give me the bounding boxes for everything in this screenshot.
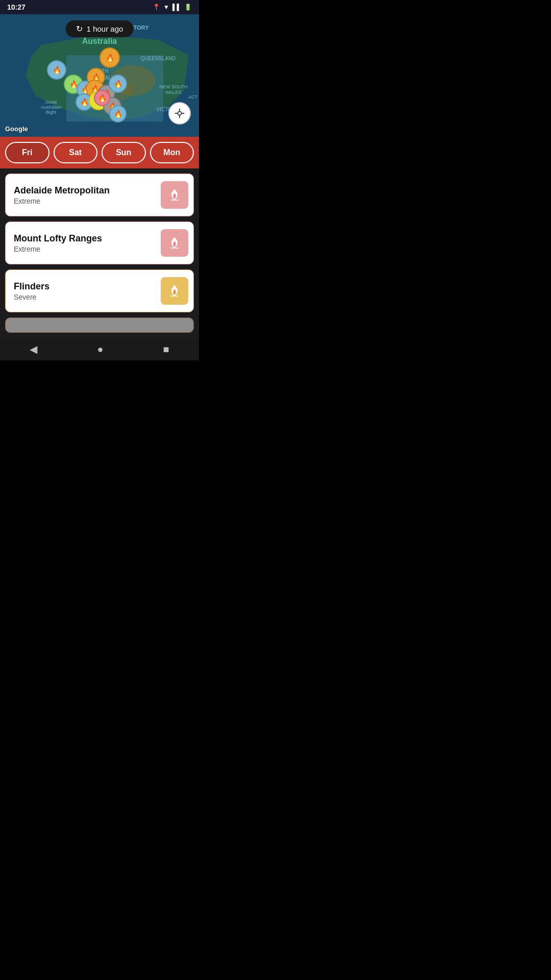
svg-text:Australian: Australian (41, 105, 61, 110)
svg-rect-22 (170, 200, 179, 201)
back-nav-icon[interactable]: ◀ (30, 343, 37, 355)
region-card-flinders[interactable]: Flinders Severe (5, 270, 194, 312)
google-watermark: Google (5, 125, 28, 133)
region-info-adelaide: Adelaide Metropolitan Extreme (14, 185, 110, 205)
region-card-partial (5, 317, 194, 333)
svg-rect-23 (170, 248, 179, 249)
region-name-adelaide: Adelaide Metropolitan (14, 185, 110, 196)
battery-icon: 🔋 (184, 4, 192, 11)
region-card-mount-lofty[interactable]: Mount Lofty Ranges Extreme (5, 222, 194, 264)
days-bar: Fri Sat Sun Mon (0, 137, 199, 168)
region-card-adelaide[interactable]: Adelaide Metropolitan Extreme (5, 174, 194, 216)
day-button-sat[interactable]: Sat (54, 142, 98, 163)
svg-text:Australia: Australia (82, 37, 117, 45)
fire-marker-2[interactable]: 🔥 (99, 47, 120, 68)
region-info-mount-lofty: Mount Lofty Ranges Extreme (14, 233, 102, 253)
svg-text:NEW SOUTH: NEW SOUTH (160, 84, 188, 89)
region-level-mount-lofty: Extreme (14, 245, 102, 253)
day-button-mon[interactable]: Mon (150, 142, 194, 163)
location-status-icon: 📍 (153, 4, 160, 11)
map-container: TERRITORY QUEENSLAND SOUTH AUSTRALIA NEW… (0, 14, 199, 137)
region-level-adelaide: Extreme (14, 197, 110, 205)
status-bar: 10:27 📍 ▼ ▌▌ 🔋 (0, 0, 199, 14)
day-button-fri[interactable]: Fri (5, 142, 49, 163)
svg-text:ACT: ACT (188, 94, 198, 100)
fire-marker-1[interactable]: 🔥 (47, 60, 66, 80)
fire-badge-icon-mount-lofty (166, 235, 183, 251)
svg-point-17 (178, 111, 181, 115)
region-badge-flinders (161, 277, 188, 305)
svg-text:QUEENSLAND: QUEENSLAND (141, 56, 176, 61)
region-badge-mount-lofty (161, 229, 188, 257)
wifi-icon: ▼ (163, 4, 169, 11)
region-list: Adelaide Metropolitan Extreme Mount Loft… (0, 168, 199, 338)
svg-text:Bight: Bight (46, 110, 57, 115)
status-icons: 📍 ▼ ▌▌ 🔋 (153, 4, 192, 11)
recent-nav-icon[interactable]: ■ (163, 344, 169, 355)
fire-marker-12[interactable]: 🔥 (109, 105, 127, 122)
refresh-icon: ↻ (76, 24, 83, 34)
home-nav-icon[interactable]: ● (97, 344, 103, 355)
region-name-mount-lofty: Mount Lofty Ranges (14, 233, 102, 244)
fire-marker-13[interactable]: 🔥 (94, 90, 110, 106)
svg-text:WALES: WALES (165, 90, 181, 95)
crosshair-icon (174, 108, 185, 119)
signal-icon: ▌▌ (172, 4, 181, 11)
fire-badge-icon-adelaide (166, 187, 183, 203)
region-info-flinders: Flinders Severe (14, 281, 49, 301)
region-badge-adelaide (161, 181, 188, 209)
day-button-sun[interactable]: Sun (102, 142, 146, 163)
svg-rect-24 (170, 296, 179, 297)
svg-text:Great: Great (45, 100, 57, 105)
refresh-label: 1 hour ago (87, 24, 123, 33)
status-time: 10:27 (7, 3, 26, 11)
location-button[interactable] (168, 102, 191, 125)
region-name-flinders: Flinders (14, 281, 49, 292)
refresh-button[interactable]: ↻ 1 hour ago (66, 20, 134, 37)
fire-badge-icon-flinders (166, 283, 183, 299)
region-level-flinders: Severe (14, 293, 49, 301)
bottom-nav: ◀ ● ■ (0, 338, 199, 360)
fire-marker-11[interactable]: 🔥 (109, 75, 127, 93)
